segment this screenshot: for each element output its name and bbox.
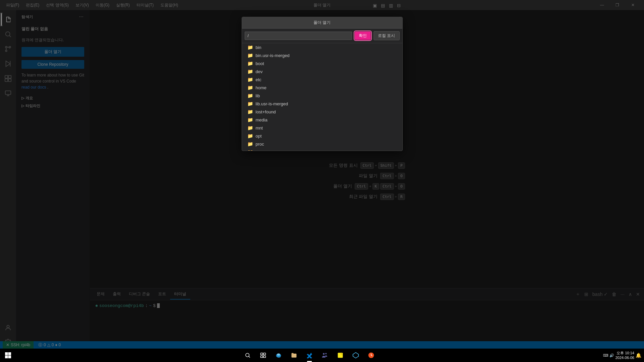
folder-icon: 📁 (247, 45, 253, 50)
folder-name: lib.usr-is-merged (256, 101, 288, 106)
folder-icon: 📁 (247, 141, 253, 147)
dialog-list-item[interactable]: 📁lost+found (242, 108, 402, 116)
taskbar-edge[interactable] (271, 349, 286, 362)
dialog-list-item[interactable]: 📁opt (242, 132, 402, 140)
dialog-list-item[interactable]: 📁boot (242, 59, 402, 67)
folder-icon: 📁 (247, 77, 253, 82)
folder-name: home (256, 85, 267, 90)
svg-rect-14 (8, 352, 11, 355)
dialog-list-item[interactable]: 📁lib.usr-is-merged (242, 100, 402, 108)
dialog-list-item[interactable]: 📁root (242, 148, 402, 151)
folder-icon: 📁 (247, 61, 253, 66)
dialog-list-item[interactable]: 📁bin (242, 43, 402, 51)
folder-name: lost+found (256, 109, 276, 114)
dialog-list-item[interactable]: 📁dev (242, 67, 402, 75)
svg-rect-21 (261, 356, 263, 358)
dialog-list-item[interactable]: 📁etc (242, 75, 402, 84)
taskbar: ⌨ 🔊 오후 10:14 2024-06-06 🔔 (0, 349, 644, 362)
svg-marker-29 (353, 353, 359, 358)
date-display: 2024-06-06 (615, 355, 634, 360)
taskbar-vscode[interactable] (302, 349, 317, 362)
svg-point-25 (277, 354, 280, 356)
dialog-title: 폴더 열기 (242, 17, 402, 29)
folder-icon: 📁 (247, 53, 253, 58)
folder-icon: 📁 (247, 101, 253, 106)
dialog-local-button[interactable]: 로컬 표시 (374, 31, 399, 40)
folder-name: etc (256, 77, 261, 82)
taskbar-file-explorer[interactable] (287, 349, 301, 362)
dialog-list-item[interactable]: 📁media (242, 116, 402, 124)
folder-name: bin.usr-is-merged (256, 53, 290, 58)
folder-name: root (256, 150, 263, 151)
taskbar-teams[interactable] (317, 349, 332, 362)
folder-name: proc (256, 142, 264, 147)
dialog-input-row: 확인 로컬 표시 (242, 29, 402, 43)
taskbar-search[interactable] (240, 349, 255, 362)
folder-name: opt (256, 134, 262, 139)
dialog-overlay: 폴더 열기 확인 로컬 표시 📁bin📁bin.usr-is-merged📁bo… (0, 0, 644, 362)
taskbar-start-button[interactable] (0, 349, 16, 362)
folder-name: media (256, 117, 267, 122)
time-display: 오후 10:14 (615, 351, 634, 355)
taskbar-sticky-notes[interactable] (333, 349, 348, 362)
folder-icon: 📁 (247, 93, 253, 98)
svg-line-18 (249, 356, 250, 357)
dialog-list-item[interactable]: 📁home (242, 84, 402, 92)
svg-point-17 (246, 353, 249, 357)
svg-rect-20 (263, 353, 266, 355)
folder-icon: 📁 (247, 117, 253, 122)
svg-rect-15 (5, 356, 8, 359)
dialog-confirm-button[interactable]: 확인 (355, 32, 371, 40)
folder-name: lib (256, 93, 260, 98)
folder-name: mnt (256, 125, 263, 131)
dialog-list-item[interactable]: 📁bin.usr-is-merged (242, 51, 402, 59)
notification-icon[interactable]: 🔔 (636, 353, 641, 358)
dialog-file-list: 📁bin📁bin.usr-is-merged📁boot📁dev📁etc📁home… (242, 43, 402, 151)
svg-rect-13 (5, 352, 8, 355)
taskbar-icons (16, 349, 603, 362)
svg-rect-28 (338, 353, 343, 358)
taskbar-time[interactable]: 오후 10:14 2024-06-06 (615, 351, 634, 360)
folder-name: bin (256, 45, 261, 50)
folder-icon: 📁 (247, 149, 253, 151)
taskbar-tray: ⌨ 🔊 오후 10:14 2024-06-06 🔔 (603, 351, 644, 360)
taskbar-app8[interactable] (348, 349, 363, 362)
folder-icon: 📁 (247, 109, 253, 114)
folder-icon: 📁 (247, 85, 253, 90)
tray-icons: ⌨ 🔊 (603, 353, 614, 358)
svg-point-27 (326, 353, 327, 354)
svg-rect-16 (8, 356, 11, 359)
svg-rect-22 (263, 356, 266, 358)
dialog-list-item[interactable]: 📁proc (242, 140, 402, 148)
folder-open-dialog: 폴더 열기 확인 로컬 표시 📁bin📁bin.usr-is-merged📁bo… (242, 17, 403, 151)
dialog-path-input[interactable] (245, 32, 352, 40)
dialog-list-item[interactable]: 📁lib (242, 92, 402, 100)
folder-icon: 📁 (247, 125, 253, 131)
taskbar-taskview[interactable] (256, 349, 270, 362)
svg-point-26 (323, 353, 325, 355)
taskbar-app9[interactable] (364, 349, 379, 362)
folder-icon: 📁 (247, 133, 253, 139)
folder-icon: 📁 (247, 69, 253, 74)
svg-rect-19 (261, 353, 263, 355)
dialog-list-item[interactable]: 📁mnt (242, 124, 402, 132)
folder-name: boot (256, 61, 264, 66)
folder-name: dev (256, 69, 263, 74)
